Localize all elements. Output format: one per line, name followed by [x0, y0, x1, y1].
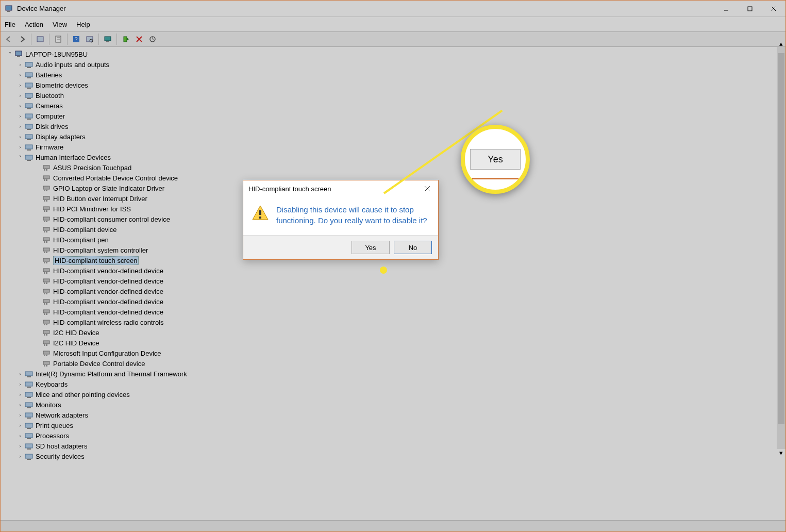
svg-rect-114	[25, 434, 32, 438]
tree-category-label: Processors	[36, 432, 69, 440]
tree-device-label: HID PCI Minidriver for ISS	[53, 205, 131, 213]
enable-device-icon[interactable]	[120, 33, 132, 45]
tree-device[interactable]: ASUS Precision Touchpad	[3, 162, 785, 173]
tree-category-label: Bluetooth	[36, 92, 64, 99]
tree-category[interactable]: ›Keyboards	[3, 379, 785, 389]
titlebar: Device Manager	[1, 1, 785, 17]
svg-rect-55	[44, 210, 45, 212]
tree-category[interactable]: ›SD host adapters	[3, 441, 785, 451]
svg-rect-35	[27, 129, 31, 130]
tree-root-label: LAPTOP-18UN95BU	[25, 51, 88, 58]
svg-rect-92	[46, 334, 47, 336]
tree-category[interactable]: ›Batteries	[3, 70, 785, 80]
maximize-button[interactable]	[738, 1, 762, 17]
tree-category[interactable]: ›Audio inputs and outputs	[3, 59, 785, 70]
category-icon	[24, 81, 34, 89]
tree-category[interactable]: ›Display adapters	[3, 131, 785, 142]
tree-root[interactable]: ˅LAPTOP-18UN95BU	[3, 49, 785, 59]
svg-rect-43	[44, 169, 45, 171]
tree-device[interactable]: I2C HID Device	[3, 338, 785, 348]
show-all-devices-icon[interactable]	[102, 33, 114, 45]
tree-category[interactable]: ›Biometric devices	[3, 80, 785, 90]
menu-action[interactable]: Action	[25, 21, 43, 28]
tree-category[interactable]: ›Disk drives	[3, 121, 785, 131]
scan-hardware-icon[interactable]	[83, 33, 96, 45]
tree-device[interactable]: I2C HID Device	[3, 327, 785, 338]
menu-file[interactable]: File	[5, 21, 15, 28]
tree-device-label: HID-compliant wireless radio controls	[53, 319, 164, 326]
svg-rect-105	[27, 387, 31, 388]
tree-device[interactable]: HID-compliant vendor-defined device	[3, 296, 785, 307]
tree-device[interactable]: Microsoft Input Configuration Device	[3, 348, 785, 358]
dialog-close-button[interactable]	[416, 180, 438, 197]
svg-rect-86	[46, 313, 47, 315]
svg-rect-39	[27, 149, 31, 151]
device-icon	[42, 205, 51, 213]
help-icon[interactable]: ?	[70, 33, 82, 45]
device-icon	[42, 349, 51, 357]
tree-device[interactable]: HID-compliant vendor-defined device	[3, 307, 785, 317]
svg-rect-57	[43, 217, 49, 220]
tree-category[interactable]: ›Processors	[3, 430, 785, 441]
tree-device[interactable]: HID-compliant vendor-defined device	[3, 276, 785, 286]
svg-rect-53	[46, 200, 47, 202]
update-driver-icon[interactable]	[146, 33, 159, 45]
scroll-up-icon[interactable]: ▴	[777, 40, 785, 47]
properties-icon[interactable]	[52, 33, 64, 45]
svg-rect-95	[46, 344, 47, 346]
tree-category-label: Keyboards	[36, 380, 68, 388]
tree-device[interactable]: HID-compliant vendor-defined device	[3, 286, 785, 296]
svg-rect-71	[46, 262, 47, 263]
tree-device[interactable]: HID-compliant vendor-defined device	[3, 265, 785, 276]
tree-device-label: GPIO Laptop or Slate Indicator Driver	[53, 185, 164, 192]
device-icon	[42, 194, 51, 203]
vertical-scrollbar[interactable]: ▴ ▾	[777, 47, 785, 449]
tree-category[interactable]: ›Cameras	[3, 101, 785, 111]
tree-category[interactable]: ›Bluetooth	[3, 90, 785, 101]
tree-category[interactable]: ›Security devices	[3, 451, 785, 461]
category-icon	[24, 91, 34, 99]
tree-category[interactable]: ›Print queues	[3, 420, 785, 430]
menu-view[interactable]: View	[53, 21, 67, 28]
tree-category-label: Security devices	[36, 453, 85, 460]
yes-button[interactable]: Yes	[352, 241, 390, 254]
svg-rect-1	[7, 11, 10, 12]
tree-category[interactable]: ›Mice and other pointing devices	[3, 389, 785, 400]
warning-icon	[252, 204, 269, 226]
minimize-button[interactable]	[714, 1, 738, 17]
tree-category-label: Disk drives	[36, 123, 69, 130]
svg-rect-41	[27, 160, 31, 161]
device-icon	[42, 277, 51, 285]
tree-category[interactable]: ›Intel(R) Dynamic Platform and Thermal F…	[3, 369, 785, 379]
forward-arrow-icon[interactable]	[16, 33, 28, 45]
svg-rect-85	[44, 313, 45, 315]
svg-rect-49	[44, 190, 45, 191]
device-icon	[42, 184, 51, 192]
tree-device[interactable]: HID-compliant wireless radio controls	[3, 317, 785, 327]
disable-device-icon[interactable]	[133, 33, 145, 45]
tree-category[interactable]: ˅Human Interface Devices	[3, 152, 785, 162]
back-arrow-icon[interactable]	[3, 33, 15, 45]
tree-device[interactable]: Portable Device Control device	[3, 358, 785, 369]
scrollbar-thumb[interactable]	[778, 53, 784, 424]
device-icon	[42, 339, 51, 347]
computer-icon	[14, 50, 23, 58]
category-icon	[24, 421, 34, 429]
category-icon	[24, 132, 34, 141]
device-tree[interactable]: ˅LAPTOP-18UN95BU›Audio inputs and output…	[1, 47, 785, 519]
tree-category[interactable]: ›Monitors	[3, 400, 785, 410]
device-icon	[42, 225, 51, 234]
svg-rect-98	[46, 355, 47, 356]
tree-category[interactable]: ›Computer	[3, 111, 785, 121]
no-button[interactable]: No	[394, 241, 432, 254]
svg-rect-34	[25, 124, 32, 128]
svg-text:?: ?	[75, 37, 78, 42]
svg-rect-45	[43, 176, 49, 179]
close-button[interactable]	[762, 1, 785, 17]
category-icon	[24, 401, 34, 409]
tree-category[interactable]: ›Network adapters	[3, 410, 785, 420]
scroll-down-icon[interactable]: ▾	[777, 449, 785, 456]
tree-category[interactable]: ›Firmware	[3, 142, 785, 152]
show-hidden-devices-icon[interactable]	[34, 33, 46, 45]
menu-help[interactable]: Help	[76, 21, 90, 28]
